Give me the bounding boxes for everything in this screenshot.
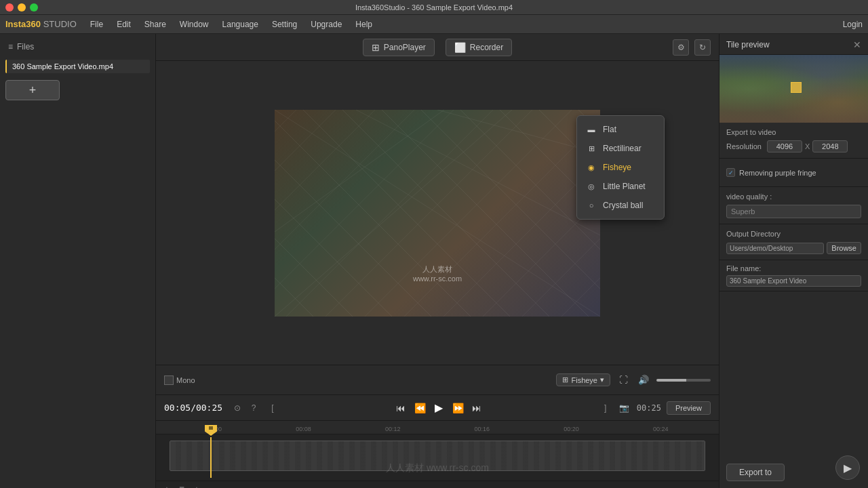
volume-button[interactable]: 🔊 bbox=[636, 373, 651, 388]
panoplayer-button[interactable]: ⊞ PanoPlayer bbox=[363, 39, 435, 56]
output-dir-input[interactable]: Users/demo/Desktop bbox=[726, 243, 824, 254]
help-icon[interactable]: ? bbox=[247, 401, 260, 415]
output-dir-section: Output Directory Users/demo/Desktop Brow… bbox=[719, 224, 868, 260]
snapshot-button[interactable]: 📷 bbox=[618, 401, 631, 415]
menu-language[interactable]: Language bbox=[217, 18, 264, 30]
zoom-in-icon[interactable]: ▲ bbox=[191, 483, 202, 488]
dropdown-item-fisheye[interactable]: ◉ Fisheye bbox=[577, 158, 664, 177]
play-fab-button[interactable]: ▶ bbox=[835, 455, 860, 480]
timeline-fit-icon[interactable]: ◼ bbox=[176, 483, 187, 488]
resolution-width-input[interactable] bbox=[767, 140, 802, 152]
play-button[interactable]: ▶ bbox=[431, 401, 446, 415]
logo-sub: STUDIO bbox=[41, 19, 77, 29]
sidebar-file-item[interactable]: 360 Sample Export Video.mp4 bbox=[5, 60, 150, 73]
ruler-marks: 00:00 00:08 00:12 00:16 00:20 00:24 bbox=[156, 426, 719, 432]
preview-button[interactable]: Preview bbox=[667, 401, 711, 415]
timecode-bar: 00:05/00:25 ⊙ ? [ ⏮ ⏪ ▶ ⏩ ⏭ ] 📷 00:25 Pr… bbox=[156, 394, 719, 420]
menu-share[interactable]: Share bbox=[139, 18, 172, 30]
menu-edit[interactable]: Edit bbox=[111, 18, 136, 30]
view-mode-selector[interactable]: ⊞ Fisheye ▾ bbox=[556, 373, 610, 386]
zoom-out-icon[interactable]: ▲ bbox=[161, 483, 172, 488]
toolbar-right-icons: ⚙ ↻ bbox=[673, 39, 711, 56]
step-back-button[interactable]: ⏪ bbox=[412, 401, 427, 415]
ruler-mark-4: 00:20 bbox=[527, 426, 616, 432]
panoplayer-label: PanoPlayer bbox=[384, 43, 426, 52]
view-mode-dropdown: ▬ Flat ⊞ Rectilinear ◉ Fisheye ◎ Little … bbox=[576, 115, 665, 220]
resolution-x-separator: X bbox=[805, 142, 810, 150]
menu-file[interactable]: File bbox=[85, 18, 108, 30]
dropdown-item-flat[interactable]: ▬ Flat bbox=[577, 120, 664, 139]
end-timecode: 00:25 bbox=[637, 403, 661, 413]
recorder-button[interactable]: ⬜ Recorder bbox=[446, 39, 512, 56]
dropdown-item-rectilinear[interactable]: ⊞ Rectilinear bbox=[577, 139, 664, 158]
right-panel: Tile preview ✕ Export to video Resolutio… bbox=[719, 34, 868, 488]
loop-icon[interactable]: ⊙ bbox=[231, 401, 244, 415]
playhead[interactable]: III bbox=[210, 437, 212, 478]
rectilinear-icon: ⊞ bbox=[585, 142, 597, 155]
export-to-button[interactable]: Export to bbox=[726, 464, 785, 481]
refresh-icon[interactable]: ↻ bbox=[694, 39, 711, 56]
flat-icon: ▬ bbox=[585, 123, 597, 136]
fast-forward-button[interactable]: ⏭ bbox=[469, 401, 484, 415]
ruler-mark-1: 00:08 bbox=[259, 426, 349, 432]
window-title: Insta360Studio - 360 Sample Export Video… bbox=[355, 3, 513, 12]
settings-icon[interactable]: ⚙ bbox=[673, 39, 689, 56]
recorder-icon: ⬜ bbox=[454, 42, 466, 53]
panoplayer-icon: ⊞ bbox=[372, 42, 380, 53]
quality-section: video quality : Superb bbox=[719, 187, 868, 224]
tile-preview-image bbox=[719, 55, 868, 123]
fullscreen-button[interactable]: ⛶ bbox=[616, 373, 631, 388]
close-panel-button[interactable]: ✕ bbox=[853, 39, 861, 50]
dropdown-item-little-planet[interactable]: ◎ Little Planet bbox=[577, 177, 664, 196]
play-fab-icon: ▶ bbox=[844, 462, 852, 474]
little-planet-icon: ◎ bbox=[585, 180, 597, 192]
export-to-video-label: Export to video bbox=[726, 128, 861, 136]
video-quality-label: video quality : bbox=[726, 192, 861, 201]
mono-toggle[interactable]: Mono bbox=[164, 375, 195, 385]
svg-line-3 bbox=[275, 110, 512, 317]
svg-line-1 bbox=[356, 110, 600, 235]
svg-line-4 bbox=[275, 110, 444, 232]
add-icon: + bbox=[29, 83, 37, 98]
crystal-ball-icon: ○ bbox=[585, 199, 597, 211]
volume-slider[interactable] bbox=[656, 379, 711, 382]
rewind-button[interactable]: ⏮ bbox=[393, 401, 408, 415]
mono-checkbox[interactable] bbox=[164, 375, 174, 385]
menu-help[interactable]: Help bbox=[350, 18, 378, 30]
center-content: ⊞ PanoPlayer ⬜ Recorder ⚙ ↻ bbox=[156, 34, 719, 488]
recorder-label: Recorder bbox=[470, 43, 503, 52]
window-controls[interactable] bbox=[5, 3, 38, 12]
timeline-bottom-controls: ▲ ◼ ▲ bbox=[156, 481, 719, 488]
quality-input[interactable]: Superb bbox=[726, 205, 861, 218]
purple-fringe-section: ✓ Removing purple fringe bbox=[719, 159, 868, 187]
filename-input[interactable]: 360 Sample Export Video bbox=[726, 275, 861, 287]
output-dir-label: Output Directory bbox=[726, 230, 861, 238]
browse-button[interactable]: Browse bbox=[827, 242, 861, 254]
resolution-height-input[interactable] bbox=[812, 140, 848, 152]
out-point-button[interactable]: ] bbox=[599, 401, 612, 415]
title-bar: Insta360Studio - 360 Sample Export Video… bbox=[0, 0, 868, 15]
dropdown-item-crystal-ball[interactable]: ○ Crystal ball bbox=[577, 196, 664, 215]
maximize-button[interactable] bbox=[30, 3, 38, 12]
resolution-label: Resolution bbox=[726, 142, 762, 150]
menu-upgrade[interactable]: Upgrade bbox=[305, 18, 347, 30]
menu-window[interactable]: Window bbox=[174, 18, 214, 30]
close-button[interactable] bbox=[5, 3, 14, 12]
filename-section: File name: 360 Sample Export Video bbox=[719, 260, 868, 291]
video-lines-svg bbox=[275, 110, 600, 317]
controls-bar: Mono ⊞ Fisheye ▾ ⛶ 🔊 bbox=[156, 365, 719, 394]
tile-preview-header: Tile preview ✕ bbox=[719, 34, 868, 55]
main-layout: ≡ Files 360 Sample Export Video.mp4 + ⊞ … bbox=[0, 34, 868, 488]
tile-preview-marker bbox=[791, 82, 802, 93]
timeline-clip[interactable] bbox=[170, 441, 705, 471]
login-button[interactable]: Login bbox=[843, 20, 863, 29]
remove-purple-fringe-checkbox[interactable]: ✓ bbox=[726, 168, 735, 177]
step-forward-button[interactable]: ⏩ bbox=[450, 401, 465, 415]
add-file-button[interactable]: + bbox=[5, 80, 60, 100]
menu-setting[interactable]: Setting bbox=[267, 18, 302, 30]
minimize-button[interactable] bbox=[18, 3, 26, 12]
files-icon: ≡ bbox=[8, 42, 13, 52]
in-point-button[interactable]: [ bbox=[266, 401, 279, 415]
timeline-area: 00:00 00:08 00:12 00:16 00:20 00:24 III bbox=[156, 420, 719, 488]
logo-text: Insta360 bbox=[5, 19, 41, 29]
